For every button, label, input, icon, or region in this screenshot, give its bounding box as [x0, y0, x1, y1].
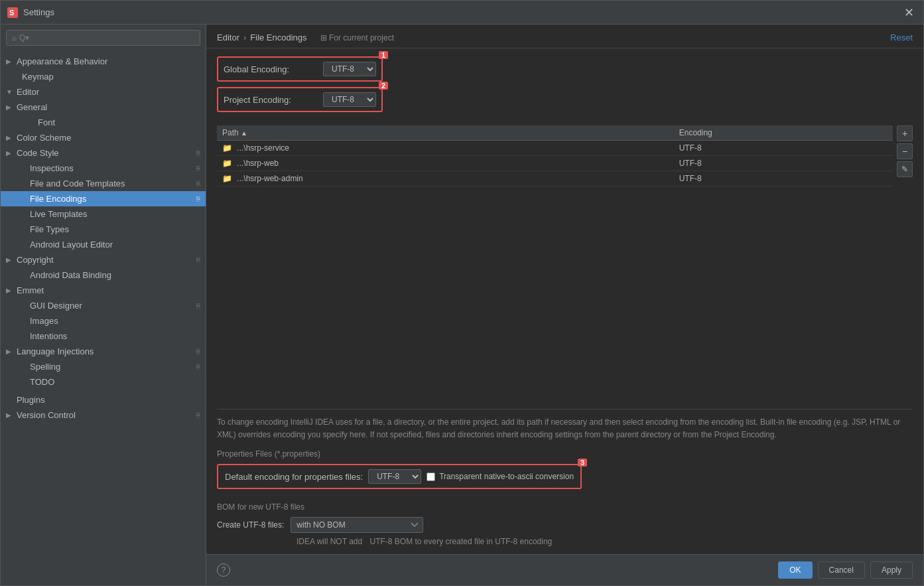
sidebar-item-gui-designer[interactable]: GUI Designer ⎘ [1, 298, 206, 313]
sidebar-item-label: Plugins [17, 395, 45, 405]
sidebar-item-label: Live Templates [30, 209, 87, 219]
copy-icon: ⎘ [196, 411, 200, 419]
badge-1: 1 [379, 51, 388, 59]
breadcrumb-sep: › [243, 33, 246, 42]
info-text: To change encoding IntelliJ IDEA uses fo… [217, 409, 913, 441]
path-cell: 📁 ...\hsrp-service [217, 141, 674, 156]
default-encoding-box: Default encoding for properties files: U… [217, 464, 582, 489]
expand-arrow: ▶ [6, 411, 15, 419]
folder-icon: 📁 [222, 159, 232, 168]
col-header-encoding: Encoding [674, 125, 893, 141]
path-value: ...\hsrp-service [237, 143, 289, 153]
sidebar-item-label: Images [30, 316, 58, 326]
sidebar-item-code-style[interactable]: ▶ Code Style ⎘ [1, 145, 206, 161]
project-encoding-label: Project Encoding: [224, 95, 323, 105]
arrow-placeholder [19, 271, 29, 279]
sidebar-item-spelling[interactable]: Spelling ⎘ [1, 359, 206, 374]
add-row-button[interactable]: + [897, 125, 913, 141]
sidebar-item-file-types[interactable]: File Types [1, 222, 206, 237]
search-input[interactable] [19, 33, 194, 42]
breadcrumb-parent: Editor [217, 33, 239, 42]
table-row[interactable]: 📁 ...\hsrp-web-admin UTF-8 [217, 171, 893, 186]
sidebar-item-label: Appearance & Behavior [17, 56, 107, 66]
copy-icon: ⎘ [196, 180, 200, 187]
transparent-checkbox[interactable] [427, 473, 435, 481]
search-box[interactable]: ⌕ [6, 30, 200, 46]
table-row[interactable]: 📁 ...\hsrp-service UTF-8 [217, 141, 893, 156]
sidebar-item-emmet[interactable]: ▶ Emmet [1, 283, 206, 298]
arrow-placeholder [6, 396, 15, 403]
footer: ? OK Cancel Apply [206, 554, 923, 585]
content-area: Editor › File Encodings ⊞ For current pr… [206, 25, 923, 585]
copy-icon: ⎘ [196, 195, 200, 202]
search-icon: ⌕ [12, 33, 17, 42]
default-encoding-select[interactable]: UTF-8 [368, 469, 421, 484]
sidebar-item-inspections[interactable]: Inspections ⎘ [1, 161, 206, 176]
sidebar-item-general[interactable]: ▶ General [1, 100, 206, 115]
global-encoding-select[interactable]: UTF-8 [323, 62, 376, 76]
arrow-placeholder [19, 302, 29, 309]
copy-icon: ⎘ [196, 302, 200, 309]
sidebar-item-todo[interactable]: TODO [1, 374, 206, 390]
reset-button[interactable]: Reset [890, 33, 913, 42]
sidebar-item-label: File and Code Templates [30, 179, 125, 188]
folder-icon: 📁 [222, 143, 232, 153]
sidebar-item-images[interactable]: Images [1, 313, 206, 329]
col-header-path: Path ▲ [217, 125, 674, 141]
arrow-placeholder [19, 241, 29, 248]
table-row[interactable]: 📁 ...\hsrp-web UTF-8 [217, 156, 893, 171]
arrow-placeholder [19, 210, 29, 218]
sidebar-item-language-injections[interactable]: ▶ Language Injections ⎘ [1, 344, 206, 359]
arrow-placeholder [19, 226, 29, 233]
bom-note-link[interactable]: UTF-8 BOM [370, 537, 413, 546]
bom-note-post: to every created file in UTF-8 encoding [415, 537, 553, 546]
sidebar-item-label: Color Scheme [17, 133, 71, 143]
sidebar-item-label: File Encodings [30, 194, 86, 204]
cancel-button[interactable]: Cancel [818, 561, 865, 579]
expand-arrow: ▶ [6, 287, 15, 294]
remove-row-button[interactable]: − [897, 143, 913, 159]
sidebar-item-font[interactable]: Font [1, 115, 206, 130]
sidebar-item-intentions[interactable]: Intentions [1, 329, 206, 344]
bom-select[interactable]: with NO BOM with BOM [291, 517, 423, 533]
sidebar-item-appearance[interactable]: ▶ Appearance & Behavior [1, 54, 206, 69]
badge-3: 3 [578, 459, 587, 467]
sidebar-item-android-layout[interactable]: Android Layout Editor [1, 237, 206, 252]
sidebar-item-android-data-binding[interactable]: Android Data Binding [1, 267, 206, 283]
sidebar-item-copyright[interactable]: ▶ Copyright ⎘ [1, 252, 206, 267]
bom-section: BOM for new UTF-8 files Create UTF-8 fil… [217, 502, 913, 546]
file-path-table: Path ▲ Encoding 📁 ...\hsrp-service [217, 125, 893, 186]
sidebar-item-color-scheme[interactable]: ▶ Color Scheme [1, 130, 206, 145]
sidebar-item-version-control[interactable]: ▶ Version Control ⎘ [1, 407, 206, 423]
close-button[interactable]: ✕ [901, 5, 917, 20]
sidebar-item-keymap[interactable]: Keymap [1, 69, 206, 84]
sidebar-item-file-code-templates[interactable]: File and Code Templates ⎘ [1, 176, 206, 191]
expand-arrow: ▶ [6, 104, 15, 111]
sidebar-item-label: Editor [17, 87, 39, 97]
breadcrumb: Editor › File Encodings ⊞ For current pr… [217, 33, 394, 42]
expand-arrow: ▶ [6, 58, 15, 65]
expand-arrow: ▶ [6, 256, 15, 263]
help-button[interactable]: ? [217, 563, 230, 577]
title-bar: S Settings ✕ [1, 1, 923, 25]
sidebar-item-label: Font [38, 117, 55, 127]
project-encoding-select[interactable]: UTF-8 [323, 92, 376, 107]
arrow-placeholder [19, 165, 29, 172]
sidebar-item-file-encodings[interactable]: File Encodings ⎘ [1, 191, 206, 206]
default-encoding-label: Default encoding for properties files: [225, 472, 363, 482]
global-encoding-box: Global Encoding: UTF-8 1 [217, 56, 383, 82]
copy-icon: ⎘ [196, 256, 200, 263]
sidebar-item-live-templates[interactable]: Live Templates [1, 206, 206, 222]
sidebar-item-plugins[interactable]: Plugins [1, 392, 206, 407]
ok-button[interactable]: OK [778, 561, 812, 579]
question-mark: ? [222, 565, 226, 575]
bom-row: Create UTF-8 files: with NO BOM with BOM [217, 517, 913, 533]
apply-button[interactable]: Apply [870, 561, 913, 579]
sidebar-item-editor[interactable]: ▼ Editor [1, 84, 206, 100]
sidebar-item-label: Android Data Binding [30, 270, 111, 280]
transparent-checkbox-label[interactable]: Transparent native-to-ascii conversion [427, 472, 574, 481]
sidebar-item-label: Version Control [17, 410, 76, 420]
arrow-placeholder [19, 363, 29, 370]
expand-arrow: ▶ [6, 149, 15, 157]
edit-row-button[interactable]: ✎ [897, 161, 913, 177]
